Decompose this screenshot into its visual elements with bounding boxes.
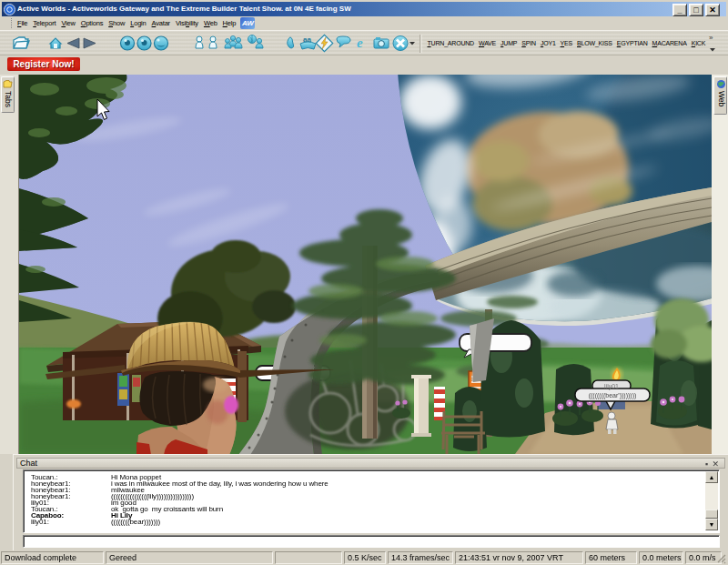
svg-text:((((((((bear')))))))): ((((((((bear'))))))))	[589, 392, 637, 399]
svg-text:aa: aa	[303, 35, 311, 44]
svg-text:e: e	[357, 35, 363, 50]
svg-text:lily01: lily01	[604, 383, 619, 390]
svg-text:»: »	[709, 34, 713, 42]
